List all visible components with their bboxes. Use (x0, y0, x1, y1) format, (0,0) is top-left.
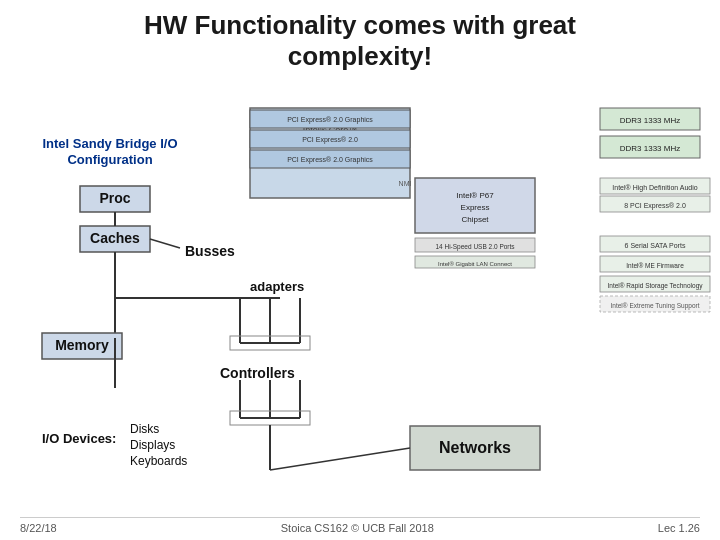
io-devices-label: I/O Devices: (42, 431, 116, 446)
svg-text:Intel® Rapid Storage Technolog: Intel® Rapid Storage Technology (607, 282, 703, 290)
proc-label: Proc (99, 190, 130, 206)
networks-label: Networks (439, 439, 511, 456)
svg-line-52 (270, 448, 410, 470)
svg-text:14 Hi-Speed USB 2.0 Ports: 14 Hi-Speed USB 2.0 Ports (435, 243, 515, 251)
main-diagram: Intel Sandy Bridge I/O Configuration Int… (20, 78, 720, 508)
footer: 8/22/18 Stoica CS162 © UCB Fall 2018 Lec… (20, 517, 700, 534)
intel-label: Intel Sandy Bridge I/O (42, 136, 177, 151)
svg-text:PCI Express® 2.0 Graphics: PCI Express® 2.0 Graphics (287, 156, 373, 164)
svg-text:NMI: NMI (399, 180, 412, 187)
slide-container: HW Functionality comes with great comple… (0, 0, 720, 540)
svg-text:PCI Express® 2.0: PCI Express® 2.0 (302, 136, 358, 144)
title-line1: HW Functionality comes with great (144, 10, 576, 40)
keyboards-label: Keyboards (130, 454, 187, 468)
svg-text:PCI Express® 2.0 Graphics: PCI Express® 2.0 Graphics (287, 116, 373, 124)
memory-label: Memory (55, 337, 109, 353)
svg-text:Intel® ME Firmware: Intel® ME Firmware (626, 262, 684, 269)
svg-text:Intel® Gigabit LAN Connect: Intel® Gigabit LAN Connect (438, 261, 512, 267)
svg-text:8 PCI Express® 2.0: 8 PCI Express® 2.0 (624, 202, 686, 210)
footer-lecture: Lec 1.26 (658, 522, 700, 534)
footer-date: 8/22/18 (20, 522, 57, 534)
slide-title: HW Functionality comes with great comple… (20, 10, 700, 72)
svg-text:6 Serial SATA Ports: 6 Serial SATA Ports (625, 242, 686, 249)
footer-copyright: Stoica CS162 © UCB Fall 2018 (281, 522, 434, 534)
intel-config-label: Configuration (67, 152, 152, 167)
caches-label: Caches (90, 230, 140, 246)
controllers-label: Controllers (220, 365, 295, 381)
disks-label: Disks (130, 422, 159, 436)
svg-text:DDR3 1333 MHz: DDR3 1333 MHz (620, 144, 680, 153)
svg-text:Intel® Extreme Tuning Support: Intel® Extreme Tuning Support (611, 302, 700, 310)
adapters-label: adapters (250, 279, 304, 294)
displays-label: Displays (130, 438, 175, 452)
svg-text:Intel® High Definition Audio: Intel® High Definition Audio (612, 184, 697, 192)
title-area: HW Functionality comes with great comple… (20, 10, 700, 72)
svg-text:DDR3 1333 MHz: DDR3 1333 MHz (620, 116, 680, 125)
svg-line-53 (150, 239, 180, 248)
svg-text:Chipset: Chipset (461, 215, 489, 224)
svg-text:Express: Express (461, 203, 490, 212)
svg-text:Intel® P67: Intel® P67 (456, 191, 494, 200)
title-line2: complexity! (288, 41, 433, 71)
busses-label: Busses (185, 243, 235, 259)
